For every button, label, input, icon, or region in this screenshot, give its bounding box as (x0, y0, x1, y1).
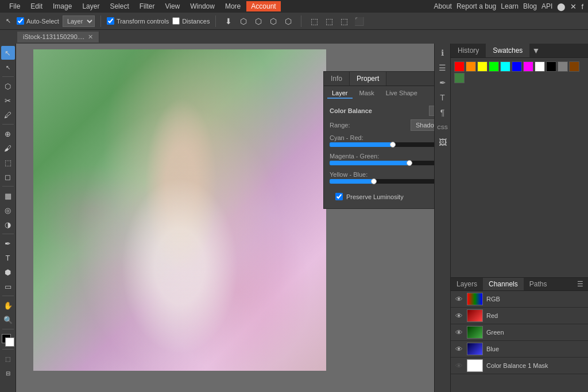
align-center-icon[interactable]: ⬡ (252, 14, 265, 28)
sub-tab-mask[interactable]: Mask (355, 88, 379, 99)
swatch-dark-green[interactable] (454, 73, 465, 83)
tool-lasso[interactable]: ⬡ (1, 79, 15, 93)
tool-quick-mask[interactable]: ⬚ (1, 352, 15, 366)
yellow-blue-track[interactable] (330, 179, 434, 184)
layer-row-green[interactable]: 👁 Green (451, 324, 588, 341)
tool-crop[interactable]: ✂ (1, 94, 15, 107)
swatch-brown[interactable] (569, 61, 579, 72)
ri-settings-icon[interactable]: ☰ (436, 61, 450, 75)
menu-window[interactable]: Window (185, 1, 219, 11)
menu-file[interactable]: File (5, 1, 25, 11)
arrange-distribute-icon[interactable]: ⬇ (222, 14, 235, 28)
swatch-black[interactable] (546, 61, 556, 72)
layer-row-red[interactable]: 👁 Red (451, 308, 588, 324)
layer-eye-red[interactable]: 👁 (454, 312, 463, 320)
ri-text-icon[interactable]: T (436, 91, 450, 104)
tool-move[interactable]: ↖ (1, 46, 15, 60)
preserve-luminosity-checkbox[interactable] (335, 193, 343, 200)
tool-pen[interactable]: ✒ (1, 236, 15, 250)
doc-close-btn[interactable]: ✕ (88, 33, 93, 41)
tool-eyedropper[interactable]: 🖊 (1, 108, 15, 122)
move-tool-btn[interactable]: ↖ (3, 16, 13, 26)
swatch-yellow[interactable] (477, 61, 488, 72)
align-top-icon[interactable]: ⬡ (281, 14, 295, 28)
menu-edit[interactable]: Edit (26, 1, 47, 11)
range-select[interactable]: Shadows Midtones Highlights (411, 119, 434, 131)
twitter-icon[interactable]: ✕ (570, 2, 577, 11)
tab-channels[interactable]: Channels (483, 278, 524, 290)
reddit-icon[interactable]: ⬤ (557, 2, 566, 11)
swatches-menu-arrow[interactable]: ▼ (529, 44, 542, 57)
tool-stamp[interactable]: ⬚ (1, 156, 15, 169)
tab-info[interactable]: Info (324, 72, 350, 86)
swatch-red[interactable] (454, 61, 465, 72)
swatch-blue[interactable] (512, 61, 522, 72)
layer-row-mask[interactable]: 👁 Color Balance 1 Mask (451, 358, 588, 374)
layer-eye-mask[interactable]: 👁 (454, 362, 463, 370)
distances-checkbox[interactable]: Distances (172, 17, 210, 25)
reset-button[interactable]: Reset (429, 106, 434, 116)
align-left-icon[interactable]: ⬡ (237, 14, 250, 28)
tool-dodge[interactable]: ◑ (1, 218, 15, 231)
ri-css-icon[interactable]: CSS (436, 121, 450, 134)
layer-select[interactable]: Layer (63, 15, 95, 27)
doc-tab-item[interactable]: iStock-1131150290.... ✕ (17, 32, 99, 42)
ri-brush-icon[interactable]: ✒ (436, 76, 450, 90)
tool-path[interactable]: ⬢ (1, 265, 15, 279)
swatch-gray[interactable] (558, 61, 568, 72)
tool-blur[interactable]: ◎ (1, 203, 15, 217)
magenta-green-track[interactable] (330, 161, 434, 165)
tool-zoom[interactable]: 🔍 (1, 313, 15, 327)
align-right-icon[interactable]: ⬡ (266, 14, 280, 28)
tool-select[interactable]: ↖ (1, 60, 15, 74)
sub-tab-layer[interactable]: Layer (327, 88, 353, 99)
menu-account[interactable]: Account (246, 1, 280, 11)
ri-para-icon[interactable]: ¶ (436, 106, 450, 119)
menu-api[interactable]: API (541, 2, 552, 10)
menu-layer[interactable]: Layer (78, 1, 104, 11)
menu-select[interactable]: Select (105, 1, 133, 11)
transform-icon-1[interactable]: ⬚ (307, 14, 321, 28)
tab-paths[interactable]: Paths (524, 278, 553, 290)
menu-view[interactable]: View (160, 1, 184, 11)
menu-image[interactable]: Image (48, 1, 76, 11)
tab-propert[interactable]: Propert (350, 72, 386, 86)
tab-history[interactable]: History (451, 44, 486, 57)
color-preview[interactable] (2, 334, 14, 347)
transform-controls-checkbox[interactable]: Transform controls (107, 17, 169, 25)
menu-more[interactable]: More (220, 1, 245, 11)
distances-input[interactable] (172, 17, 180, 25)
ri-image-icon[interactable]: 🖼 (436, 135, 450, 149)
background-color[interactable] (5, 337, 14, 347)
menu-blog[interactable]: Blog (523, 2, 537, 10)
swatch-magenta[interactable] (523, 61, 533, 72)
transform-icon-2[interactable]: ⬚ (322, 14, 336, 28)
tool-text[interactable]: T (1, 251, 15, 265)
swatch-orange[interactable] (466, 61, 476, 72)
tool-shape[interactable]: ▭ (1, 280, 15, 293)
transform-controls-input[interactable] (107, 17, 114, 25)
cyan-red-thumb[interactable] (390, 142, 396, 148)
yellow-blue-thumb[interactable] (371, 178, 377, 184)
layers-menu-btn[interactable]: ☰ (572, 278, 588, 290)
layer-eye-green[interactable]: 👁 (454, 328, 463, 337)
cyan-red-track[interactable] (330, 142, 434, 147)
swatch-green[interactable] (489, 61, 499, 72)
menu-filter[interactable]: Filter (135, 1, 160, 11)
tool-screen-mode[interactable]: ⊟ (1, 366, 15, 380)
tab-swatches[interactable]: Swatches (486, 44, 529, 57)
transform-icon-4[interactable]: ⬛ (352, 14, 366, 28)
auto-select-checkbox[interactable]: Auto-Select (17, 17, 59, 25)
tool-brush[interactable]: 🖌 (1, 141, 15, 155)
menu-report-bug[interactable]: Report a bug (457, 2, 496, 10)
layer-eye-blue[interactable]: 👁 (454, 345, 463, 354)
tool-eraser[interactable]: ◻ (1, 170, 15, 184)
swatch-white[interactable] (535, 61, 545, 72)
tool-gradient[interactable]: ▦ (1, 189, 15, 203)
sub-tab-liveshape[interactable]: Live Shape (381, 88, 422, 99)
magenta-green-thumb[interactable] (407, 160, 412, 166)
transform-icon-3[interactable]: ⬚ (337, 14, 351, 28)
tool-heal[interactable]: ⊕ (1, 127, 15, 141)
tool-hand[interactable]: ✋ (1, 298, 15, 312)
layer-row-rgb[interactable]: 👁 RGB (451, 291, 588, 308)
